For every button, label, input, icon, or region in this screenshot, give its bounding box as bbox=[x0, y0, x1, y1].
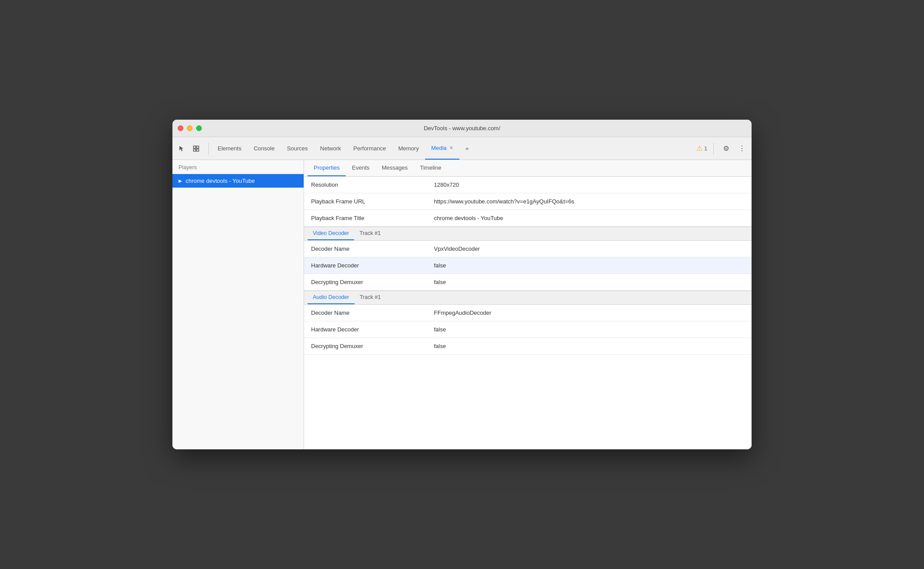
subtab-properties[interactable]: Properties bbox=[308, 160, 346, 176]
prop-row-audio-decoder-name: Decoder Name FFmpegAudioDecoder bbox=[304, 305, 752, 321]
video-track1-tab[interactable]: Track #1 bbox=[354, 227, 386, 240]
toolbar: Elements Console Sources Network Perform… bbox=[172, 137, 752, 160]
maximize-button[interactable] bbox=[196, 125, 202, 131]
audio-decoder-tab[interactable]: Audio Decoder bbox=[308, 291, 355, 304]
tab-performance[interactable]: Performance bbox=[347, 137, 392, 160]
video-decoder-tabs: Video Decoder Track #1 bbox=[304, 227, 752, 240]
tab-media-close[interactable]: ✕ bbox=[449, 145, 453, 151]
toolbar-divider bbox=[208, 142, 209, 155]
warning-badge[interactable]: ⚠ 1 bbox=[696, 144, 707, 153]
prop-row-video-hw-decoder: Hardware Decoder false bbox=[304, 257, 752, 274]
subtab-events[interactable]: Events bbox=[346, 160, 376, 176]
minimize-button[interactable] bbox=[187, 125, 193, 131]
prop-row-playback-url: Playback Frame URL https://www.youtube.c… bbox=[304, 193, 752, 210]
tab-elements[interactable]: Elements bbox=[211, 137, 247, 160]
content-area: Players ▶ chrome devtools - YouTube Prop… bbox=[172, 160, 752, 449]
svg-rect-2 bbox=[193, 149, 196, 151]
prop-row-video-decrypting: Decrypting Demuxer false bbox=[304, 274, 752, 291]
tab-media[interactable]: Media ✕ bbox=[425, 137, 459, 160]
svg-rect-3 bbox=[197, 149, 199, 151]
svg-rect-0 bbox=[193, 146, 196, 148]
tab-network[interactable]: Network bbox=[314, 137, 347, 160]
video-decoder-section-header: Video Decoder Track #1 bbox=[304, 227, 752, 241]
sidebar-header: Players bbox=[172, 160, 304, 174]
prop-row-video-decoder-name: Decoder Name VpxVideoDecoder bbox=[304, 241, 752, 257]
tab-console[interactable]: Console bbox=[247, 137, 281, 160]
title-bar: DevTools - www.youtube.com/ bbox=[172, 120, 752, 137]
tab-memory[interactable]: Memory bbox=[392, 137, 425, 160]
sub-tabs: Properties Events Messages Timeline bbox=[304, 160, 752, 177]
subtab-messages[interactable]: Messages bbox=[376, 160, 414, 176]
svg-rect-1 bbox=[197, 146, 199, 148]
toolbar-right-divider bbox=[713, 142, 714, 155]
video-decoder-tab[interactable]: Video Decoder bbox=[308, 227, 354, 240]
subtab-timeline[interactable]: Timeline bbox=[414, 160, 448, 176]
tab-sources[interactable]: Sources bbox=[281, 137, 314, 160]
devtools-window: DevTools - www.youtube.com/ Elements bbox=[172, 120, 752, 449]
more-tabs-button[interactable]: » bbox=[459, 137, 475, 160]
cursor-icon[interactable] bbox=[176, 142, 188, 155]
toolbar-right: ⚠ 1 ⚙ ⋮ bbox=[696, 142, 748, 155]
audio-decoder-section-header: Audio Decoder Track #1 bbox=[304, 291, 752, 305]
close-button[interactable] bbox=[178, 125, 183, 131]
window-title: DevTools - www.youtube.com/ bbox=[424, 125, 500, 132]
nav-tabs: Elements Console Sources Network Perform… bbox=[211, 137, 696, 160]
inspect-icon[interactable] bbox=[190, 142, 202, 155]
more-options-button[interactable]: ⋮ bbox=[736, 142, 748, 155]
audio-decoder-tabs: Audio Decoder Track #1 bbox=[304, 291, 752, 304]
prop-row-resolution: Resolution 1280x720 bbox=[304, 177, 752, 193]
main-panel: Properties Events Messages Timeline Reso… bbox=[304, 160, 752, 449]
prop-row-audio-decrypting: Decrypting Demuxer false bbox=[304, 338, 752, 355]
toolbar-icons bbox=[176, 142, 202, 155]
properties-table: Resolution 1280x720 Playback Frame URL h… bbox=[304, 177, 752, 449]
traffic-lights bbox=[178, 125, 202, 131]
prop-row-playback-title: Playback Frame Title chrome devtools - Y… bbox=[304, 210, 752, 227]
prop-row-audio-hw-decoder: Hardware Decoder false bbox=[304, 321, 752, 338]
chevron-right-icon: ▶ bbox=[179, 178, 182, 183]
settings-button[interactable]: ⚙ bbox=[720, 142, 732, 155]
audio-track1-tab[interactable]: Track #1 bbox=[355, 291, 386, 304]
warning-icon: ⚠ bbox=[696, 144, 702, 153]
sidebar: Players ▶ chrome devtools - YouTube bbox=[172, 160, 304, 449]
player-item[interactable]: ▶ chrome devtools - YouTube bbox=[172, 174, 304, 188]
